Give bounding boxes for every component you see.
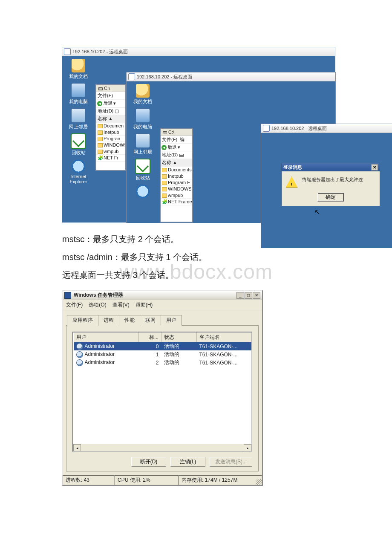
titlebar-layer1: 192.168.10.202 - 远程桌面 [62, 47, 335, 56]
send-message-button[interactable]: 发送消息(S)... [210, 457, 252, 467]
menu-help[interactable]: 帮助(H) [135, 301, 153, 309]
task-manager-tabs: 应用程序 进程 性能 联网 用户 [63, 310, 262, 325]
logoff-button[interactable]: 注销(L) [170, 457, 205, 467]
tab-users[interactable]: 用户 [161, 315, 182, 326]
rdp-icon [64, 48, 71, 55]
remote-desktop-screenshot: 192.168.10.202 - 远程桌面 我的文档 我的电脑 网上邻居 回收站… [62, 47, 334, 223]
folder-item[interactable]: wmpub [96, 148, 125, 155]
user-icon [76, 359, 83, 366]
folder-item[interactable]: Documents [161, 167, 192, 173]
table-row[interactable]: Administrator 2 活动的 T61-SKAGON-... [74, 358, 251, 367]
explorer-window-2[interactable]: 🖴C:\ 文件(F) 编 ◄后退 ▾ 地址(D) 🖴 名称 ▲ Document… [160, 128, 193, 223]
ok-button[interactable]: 确定 [317, 193, 344, 202]
col-user[interactable]: 用户 [74, 333, 139, 342]
close-icon[interactable]: ✕ [253, 292, 260, 299]
table-row[interactable]: Administrator 0 活动的 T61-SKAGON-... [74, 342, 251, 351]
menu-view[interactable]: 查看(V) [112, 301, 130, 309]
desktop-icon-recycle-bin[interactable]: 回收站 [71, 133, 86, 156]
folder-item[interactable]: WINDOWS [161, 186, 192, 192]
tab-performance[interactable]: 性能 [119, 315, 140, 326]
close-icon[interactable]: ✕ [371, 164, 378, 171]
window-title: 192.168.10.202 - 远程桌面 [72, 49, 128, 55]
col-id[interactable]: 标... [139, 333, 161, 342]
rdp-icon [128, 73, 135, 80]
col-state[interactable]: 状态 [161, 333, 197, 342]
folder-item[interactable]: Program F [161, 179, 192, 186]
login-message-dialog: 登录消息 ✕ ! 终端服务器超出了最大允许连 确定 [281, 163, 380, 206]
minimize-icon[interactable]: _ [236, 292, 244, 299]
horizontal-scrollbar[interactable]: ◂ ▸ [73, 444, 251, 451]
table-row[interactable]: Administrator 1 活动的 T61-SKAGON-... [74, 350, 251, 358]
scroll-right-icon[interactable]: ▸ [244, 444, 251, 452]
rdp-icon [263, 125, 270, 132]
body-text: mstsc：最多只支持 2 个会话。 mstsc /admin：最多只支持 1 … [62, 230, 335, 284]
task-manager-window: Windows 任务管理器 _ □ ✕ 文件(F) 选项(O) 查看(V) 帮助… [62, 290, 263, 486]
folder-item[interactable]: Inetpub [161, 173, 192, 179]
paragraph: mstsc：最多只支持 2 个会话。 [62, 230, 335, 248]
paragraph: 远程桌面一共支持 3 个会话。 [62, 266, 335, 284]
desktop-icon-documents[interactable]: 我的文档 [133, 84, 152, 105]
users-grid[interactable]: 用户 标... 状态 客户端名 Administrator 0 活动的 T61-… [72, 332, 252, 452]
task-manager-statusbar: 进程数: 43 CPU 使用: 2% 内存使用: 174M / 1257M [63, 475, 262, 485]
status-cpu: CPU 使用: 2% [115, 475, 179, 485]
resize-grip-icon[interactable] [256, 479, 262, 485]
folder-item[interactable]: 🧩NET Fr [96, 155, 125, 162]
status-memory: 内存使用: 174M / 1257M [179, 475, 262, 485]
warning-icon: ! [286, 176, 298, 188]
titlebar-layer3: 192.168.10.202 - 远程桌面 [261, 124, 392, 133]
cursor-icon: ↖ [314, 208, 320, 216]
desktop-icon-ie[interactable] [136, 185, 150, 198]
dialog-text: 终端服务器超出了最大允许连 [302, 176, 363, 183]
folder-item[interactable]: 🧩NET Frame [161, 199, 192, 205]
back-icon[interactable]: ◄ [161, 145, 167, 150]
desktop-icon-network[interactable]: 网上邻居 [69, 108, 88, 130]
maximize-icon[interactable]: □ [245, 292, 252, 299]
desktop-icon-ie[interactable]: Internet Explorer [70, 159, 87, 184]
task-manager-menubar: 文件(F) 选项(O) 查看(V) 帮助(H) [63, 300, 262, 310]
folder-item[interactable]: wmpub [161, 192, 192, 199]
menu-file[interactable]: 文件(F) [66, 301, 83, 309]
back-icon[interactable]: ◄ [97, 101, 102, 106]
desktop-icon-my-computer[interactable]: 我的电脑 [69, 83, 88, 105]
tab-networking[interactable]: 联网 [140, 315, 161, 326]
col-client[interactable]: 客户端名 [197, 333, 251, 342]
folder-item[interactable]: Documen [96, 123, 125, 129]
folder-item[interactable]: Inetpub [96, 129, 125, 136]
explorer-window-1[interactable]: 🖴C:\ 文件(F) ◄后退 ▾ 地址(D) ▢ 名称 ▲ Documen In… [95, 84, 126, 171]
status-processes: 进程数: 43 [63, 475, 115, 485]
task-manager-icon [64, 292, 71, 299]
tab-processes[interactable]: 进程 [98, 315, 119, 326]
menu-file[interactable]: 文件(F) [96, 92, 125, 100]
desktop-icon-my-computer[interactable]: 我的电脑 [133, 108, 152, 130]
paragraph: mstsc /admin：最多只支持 1 个会话。 [62, 248, 335, 266]
titlebar-layer2: 192.168.10.202 - 远程桌面 [127, 72, 335, 81]
dialog-title: 登录消息 [283, 164, 302, 171]
desktop-icon-recycle-bin[interactable]: 回收站 [135, 159, 150, 181]
disconnect-button[interactable]: 断开(D) [131, 457, 166, 467]
menu-options[interactable]: 选项(O) [89, 301, 106, 309]
task-manager-titlebar: Windows 任务管理器 _ □ ✕ [63, 291, 262, 300]
user-icon [76, 351, 83, 358]
folder-item[interactable]: WINDOWS [96, 142, 125, 148]
scroll-left-icon[interactable]: ◂ [73, 444, 81, 452]
tab-applications[interactable]: 应用程序 [67, 315, 98, 326]
desktop-icon-network[interactable]: 网上邻居 [133, 133, 152, 155]
folder-item[interactable]: Progran [96, 136, 125, 142]
user-icon [76, 343, 83, 350]
desktop-icon-documents[interactable]: 我的文档 [69, 59, 88, 80]
